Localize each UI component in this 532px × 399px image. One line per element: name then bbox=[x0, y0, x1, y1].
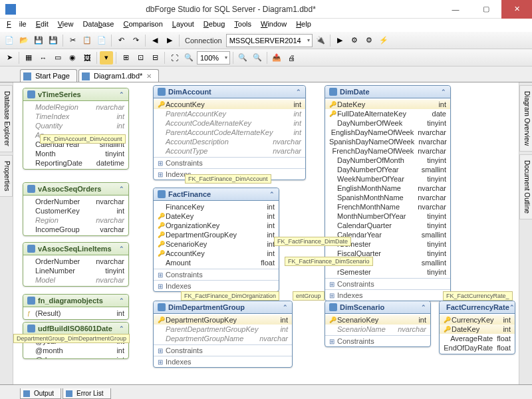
entity-header[interactable]: fn_diagramobjects⌃ bbox=[23, 295, 128, 307]
menu-database[interactable]: Database bbox=[78, 19, 118, 32]
column-row[interactable]: 🔑DateKeyint bbox=[154, 211, 279, 221]
entity-DimAccount[interactable]: DimAccount⌃🔑AccountKeyintParentAccountKe… bbox=[153, 85, 306, 180]
column-row[interactable]: Regionnvarchar bbox=[23, 215, 128, 225]
fk-label[interactable]: FK_FactFinance_DimOrganization bbox=[181, 291, 279, 301]
fit-button[interactable]: ⛶ bbox=[168, 51, 181, 65]
stamp-button[interactable]: ◉ bbox=[66, 51, 79, 65]
constraints-section[interactable]: Constraints bbox=[325, 278, 450, 289]
collapse-icon[interactable]: ⌃ bbox=[119, 325, 124, 332]
collapse-icon[interactable]: ⌃ bbox=[296, 88, 301, 95]
column-row[interactable]: ModelRegionnvarchar bbox=[23, 102, 128, 112]
entity-header[interactable]: vAssocSeqOrders⌃ bbox=[23, 183, 128, 196]
collapse-icon[interactable]: ⌃ bbox=[119, 186, 124, 192]
fk-label[interactable]: FK_DimAccount_DimAccount bbox=[40, 134, 126, 144]
copy-button[interactable]: 📋 bbox=[80, 34, 94, 47]
menu-help[interactable]: Help bbox=[292, 19, 315, 32]
column-row[interactable]: CustomerKeyint bbox=[23, 206, 128, 215]
tab-diagram[interactable]: Diagram1.dbd*✕ bbox=[78, 69, 159, 82]
entity-header[interactable]: DimAccount⌃ bbox=[154, 86, 305, 98]
menu-window[interactable]: Window bbox=[257, 19, 291, 32]
entity-header[interactable]: DimDate⌃ bbox=[325, 86, 450, 98]
fk-label[interactable]: FK_FactFinance_DimScenario bbox=[285, 257, 373, 266]
nav-fwd-button[interactable]: ▶ bbox=[163, 34, 176, 47]
entity-DimDepartmentGroup[interactable]: DimDepartmentGroup⌃🔑DepartmentGroupKeyin… bbox=[153, 301, 293, 368]
column-row[interactable]: ParentDepartmentGroupKeyint bbox=[154, 325, 292, 334]
zoom-sel-button[interactable]: 🔍 bbox=[182, 51, 196, 65]
collapse-icon[interactable]: ⌃ bbox=[421, 304, 426, 311]
column-row[interactable]: IncomeGroupvarchar bbox=[23, 225, 128, 234]
column-row[interactable]: OrderNumbernvarchar bbox=[23, 197, 128, 206]
paste-button[interactable]: 📄 bbox=[95, 34, 108, 47]
column-row[interactable]: @dayint bbox=[23, 355, 128, 359]
column-row[interactable]: AccountCodeAlternateKeyint bbox=[154, 118, 305, 128]
column-row[interactable]: ReportingDatedatetime bbox=[23, 158, 128, 168]
column-row[interactable]: OrderNumbernvarchar bbox=[23, 257, 128, 266]
collapse-icon[interactable]: ⌃ bbox=[119, 91, 124, 98]
column-row[interactable]: 🔑FullDateAlternateKeydate bbox=[325, 109, 450, 118]
column-row[interactable]: MonthNumberOfYeartinyint bbox=[325, 211, 450, 221]
tool-button[interactable]: ⚙ bbox=[348, 34, 361, 47]
connection-combo[interactable]: MSSQLSERVER2014 bbox=[226, 34, 313, 47]
column-row[interactable]: EndOfDayRatefloat bbox=[440, 343, 515, 352]
entity-header[interactable]: DimDepartmentGroup⌃ bbox=[154, 301, 292, 314]
ungroup-button[interactable]: ⊟ bbox=[148, 51, 162, 65]
column-row[interactable]: DayNumberOfMonthtinyint bbox=[325, 156, 450, 165]
collapse-icon[interactable]: ⌃ bbox=[119, 245, 124, 252]
constraints-section[interactable]: Constraints bbox=[154, 157, 305, 168]
zoomout-button[interactable]: 🔍 bbox=[251, 51, 264, 65]
column-row[interactable]: ParentAccountCodeAlternateKeyint bbox=[154, 128, 305, 137]
redo-button[interactable]: ↷ bbox=[129, 34, 142, 47]
entity-header[interactable]: FactCurrencyRate⌃ bbox=[440, 301, 515, 314]
column-row[interactable]: 🔑DateKeyint bbox=[440, 325, 515, 334]
nav-back-button[interactable]: ◀ bbox=[148, 34, 162, 47]
column-row[interactable]: 🔑AccountKeyint bbox=[154, 249, 279, 258]
properties-tab[interactable]: Properties bbox=[0, 155, 13, 198]
relation-button[interactable]: ↔ bbox=[37, 51, 50, 65]
new-button[interactable]: 📄 bbox=[3, 34, 16, 47]
menu-layout[interactable]: Layout bbox=[168, 19, 198, 32]
tool-button-2[interactable]: ⚙ bbox=[362, 34, 376, 47]
column-row[interactable]: DayNumberOfWeektinyint bbox=[325, 118, 450, 128]
tool-button-3[interactable]: ⚡ bbox=[377, 34, 390, 47]
column-row[interactable]: rSemestertinyint bbox=[325, 267, 450, 277]
indexes-section[interactable]: Indexes bbox=[154, 280, 279, 291]
collapse-icon[interactable]: ⌃ bbox=[283, 304, 288, 311]
entity-fn_diagramobjects[interactable]: fn_diagramobjects⌃ƒ(Result)int bbox=[23, 294, 129, 320]
menu-tools[interactable]: Tools bbox=[230, 19, 255, 32]
column-row[interactable]: Amountfloat bbox=[154, 258, 279, 267]
column-row[interactable]: ƒ(Result)int bbox=[23, 309, 128, 318]
color-button[interactable]: ▾ bbox=[100, 51, 113, 65]
column-row[interactable]: 🔑CurrencyKeyint bbox=[440, 315, 515, 325]
collapse-icon[interactable]: ⌃ bbox=[119, 297, 124, 304]
column-row[interactable]: AverageRatefloat bbox=[440, 334, 515, 343]
undo-button[interactable]: ↶ bbox=[114, 34, 128, 47]
menu-view[interactable]: View bbox=[54, 19, 78, 32]
fk-label[interactable]: FK_FactFinance_DimDate bbox=[274, 237, 351, 246]
column-row[interactable]: Modelnvarchar bbox=[23, 275, 128, 285]
column-row[interactable]: 🔑ScenarioKeyint bbox=[154, 239, 279, 249]
collapse-icon[interactable]: ⌃ bbox=[441, 88, 446, 95]
column-row[interactable]: WeekNumberOfYeartinyint bbox=[325, 174, 450, 184]
column-row[interactable]: TimeIndexint bbox=[23, 112, 128, 121]
column-row[interactable]: 🔑AccountKeyint bbox=[154, 100, 305, 109]
column-row[interactable]: ScenarioNamenvarchar bbox=[325, 325, 430, 334]
entity-header[interactable]: vTimeSeries⌃ bbox=[23, 88, 128, 101]
column-row[interactable]: FinanceKeyint bbox=[154, 202, 279, 211]
column-row[interactable]: EnglishMonthNamenvarchar bbox=[325, 184, 450, 193]
column-row[interactable]: Monthtinyint bbox=[23, 149, 128, 158]
print-button[interactable]: 🖨 bbox=[285, 51, 298, 65]
column-row[interactable]: FrenchMonthNamenvarchar bbox=[325, 202, 450, 211]
tab-start-page[interactable]: Start Page bbox=[20, 69, 77, 82]
entity-vAssocSeqLineItems[interactable]: vAssocSeqLineItems⌃OrderNumbernvarcharLi… bbox=[23, 242, 129, 287]
output-tab[interactable]: Output bbox=[20, 388, 61, 399]
indexes-section[interactable]: Indexes bbox=[325, 289, 450, 301]
pointer-button[interactable]: ➤ bbox=[3, 51, 16, 65]
column-row[interactable]: 🔑DateKeyint bbox=[325, 100, 450, 109]
menu-debug[interactable]: Debug bbox=[200, 19, 229, 32]
column-row[interactable]: DepartmentGroupNamenvarchar bbox=[154, 334, 292, 343]
zoom-combo[interactable]: 100% bbox=[197, 51, 230, 65]
close-icon[interactable]: ✕ bbox=[146, 72, 152, 80]
open-button[interactable]: 📂 bbox=[17, 34, 31, 47]
maximize-button[interactable]: ▢ bbox=[471, 0, 501, 19]
column-row[interactable]: ParentAccountKeyint bbox=[154, 109, 305, 118]
